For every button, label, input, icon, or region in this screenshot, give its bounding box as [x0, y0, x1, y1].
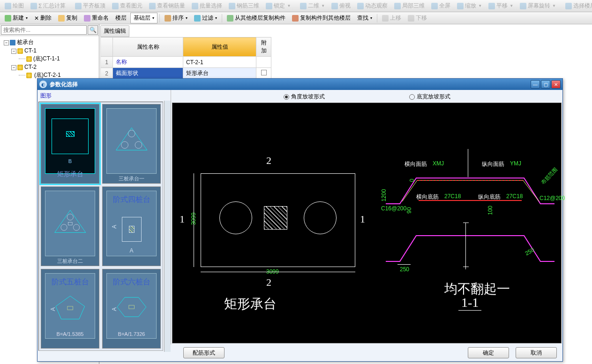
- tb-d5: 钢筋三维: [226, 1, 262, 11]
- svg-marker-11: [117, 297, 146, 317]
- move-down-button: 下移: [405, 13, 430, 23]
- shape-scrollbar[interactable]: [164, 101, 171, 352]
- copy-button[interactable]: 复制: [55, 13, 80, 23]
- property-panel-title: 属性编辑: [100, 25, 129, 37]
- search-input[interactable]: [1, 25, 87, 35]
- tb-d6: 锁定▼: [263, 1, 293, 11]
- header-attach[interactable]: 附加: [256, 37, 271, 57]
- base-layer-select[interactable]: 基础层▾: [130, 13, 157, 23]
- gear-icon: [26, 73, 32, 78]
- prop-row-selected[interactable]: 2 截面形状 矩形承台: [101, 68, 271, 79]
- tb-d12: 缩放▼: [454, 1, 485, 11]
- tree-ct2[interactable]: −CT-2: [2, 63, 97, 71]
- tb-d11: 全屏: [428, 1, 453, 11]
- ok-button[interactable]: 确定: [468, 347, 509, 358]
- tb-d8: 俯视: [329, 1, 353, 11]
- find-button[interactable]: 查找▾: [354, 13, 375, 23]
- tb-d9: 动态观察: [354, 1, 390, 11]
- tree: −桩承台 −CT-1 (底)CT-1-1 −CT-2 (底)CT-2-1: [0, 36, 99, 82]
- new-button[interactable]: 新建▾: [2, 13, 30, 23]
- prop-row[interactable]: 1 名称 CT-2-1: [101, 57, 271, 68]
- thumb-tri1[interactable]: 三桩承台一: [102, 104, 161, 184]
- rename-button[interactable]: 重命名: [81, 13, 112, 23]
- svg-rect-10: [67, 306, 73, 310]
- tb-d7: 二维▼: [297, 1, 328, 11]
- radio-on-icon: [284, 94, 289, 100]
- svg-marker-4: [54, 210, 85, 233]
- cap-icon: [10, 40, 15, 45]
- header-blank: [101, 37, 113, 57]
- tb-d4: 批量选择: [189, 1, 225, 11]
- svg-point-1: [128, 130, 135, 137]
- dialog-icon: ◐: [39, 81, 47, 88]
- gear-icon: [17, 65, 23, 70]
- svg-marker-9: [56, 296, 85, 319]
- svg-point-6: [61, 224, 67, 230]
- svg-point-3: [135, 141, 142, 149]
- copy-from-button[interactable]: 从其他楼层复制构件: [224, 13, 288, 23]
- delete-button[interactable]: ✕ 删除: [31, 13, 54, 23]
- svg-point-2: [121, 141, 128, 149]
- preview-canvas[interactable]: 1 1 2 2 3099 3099 矩形承台 横向面筋 XMJ: [172, 103, 562, 343]
- main-toolbar-top: 绘图 Σ 汇总计算 平齐板顶 查看图元 查看钢筋量 批量选择 钢筋三维 锁定▼ …: [0, 0, 592, 12]
- parametric-dialog: ◐ 参数化选择 — ▢ ✕ 图形 B: [37, 78, 563, 362]
- search-button[interactable]: 🔍: [88, 25, 98, 35]
- shape-group-label: 图形: [37, 90, 171, 101]
- preview-panel: 角度放坡形式 底宽放坡形式 1 1 2 2 3099 3099 矩形承台: [171, 90, 562, 344]
- tb-d3: 查看钢筋量: [146, 1, 188, 11]
- tb-d1: 平齐板顶: [72, 1, 108, 11]
- tree-collapse-icon[interactable]: −: [11, 65, 16, 70]
- svg-rect-12: [129, 305, 135, 309]
- radio-off-icon: [409, 94, 415, 100]
- tree-ct1[interactable]: −CT-1: [2, 47, 97, 54]
- svg-marker-0: [116, 128, 147, 150]
- thumb-rect[interactable]: B 矩形承台: [41, 104, 99, 184]
- tree-ct1-sub[interactable]: (底)CT-1-1: [2, 54, 97, 63]
- tb-d15: 选择楼层: [562, 1, 592, 11]
- search-bar: 🔍: [0, 24, 99, 36]
- maximize-button[interactable]: ▢: [541, 80, 550, 89]
- move-up-button: 上移: [379, 13, 404, 23]
- copy-to-button[interactable]: 复制构件到其他楼层: [289, 13, 353, 23]
- tb-d2: 查看图元: [109, 1, 145, 11]
- cancel-button[interactable]: 取消: [516, 347, 557, 358]
- tree-collapse-icon[interactable]: −: [4, 40, 9, 45]
- tb-d13: 平移▼: [486, 1, 516, 11]
- search-icon: 🔍: [90, 27, 97, 33]
- tb-d14: 屏幕旋转▼: [517, 1, 559, 11]
- svg-point-7: [73, 224, 79, 230]
- floor-button[interactable]: 楼层: [112, 13, 129, 23]
- close-button[interactable]: ✕: [551, 80, 561, 89]
- header-value[interactable]: 属性值: [183, 37, 256, 57]
- dialog-titlebar[interactable]: ◐ 参数化选择 — ▢ ✕: [37, 79, 562, 90]
- checkbox[interactable]: [261, 70, 267, 75]
- main-toolbar-2: 新建▾ ✕ 删除 复制 重命名 楼层 基础层▾ 排序▾ 过滤▾ 从其他楼层复制构…: [0, 12, 592, 24]
- rebar-style-button[interactable]: 配筋形式: [183, 347, 225, 358]
- svg-rect-8: [68, 222, 72, 225]
- dialog-title: 参数化选择: [50, 81, 531, 89]
- radio-width[interactable]: 底宽放坡形式: [409, 93, 450, 101]
- tree-root[interactable]: −桩承台: [2, 38, 97, 47]
- tb-draw: 绘图: [2, 1, 27, 11]
- shape-panel: 图形 B 矩形承台: [37, 90, 171, 344]
- thumb-step5[interactable]: 阶式五桩台 A B=A/1.5385: [41, 269, 99, 349]
- tree-collapse-icon[interactable]: −: [11, 49, 16, 54]
- thumb-step4[interactable]: 阶式四桩台 A A: [102, 186, 161, 266]
- tb-d10: 局部三维: [391, 1, 427, 11]
- tb-sum: Σ 汇总计算: [28, 1, 68, 11]
- radio-angle[interactable]: 角度放坡形式: [284, 93, 325, 101]
- gear-icon: [26, 56, 32, 62]
- thumb-tri2[interactable]: 三桩承台二: [41, 186, 99, 266]
- svg-point-5: [67, 214, 73, 220]
- filter-button[interactable]: 过滤▾: [191, 13, 220, 23]
- thumb-step6[interactable]: 阶式六桩台 A B=A/1.7326: [102, 269, 161, 349]
- header-name[interactable]: 属性名称: [113, 37, 183, 57]
- sort-button[interactable]: 排序▾: [162, 13, 190, 23]
- minimize-button[interactable]: —: [531, 80, 540, 89]
- gear-icon: [17, 48, 23, 54]
- shape-list[interactable]: B 矩形承台 三桩承台一: [38, 102, 163, 351]
